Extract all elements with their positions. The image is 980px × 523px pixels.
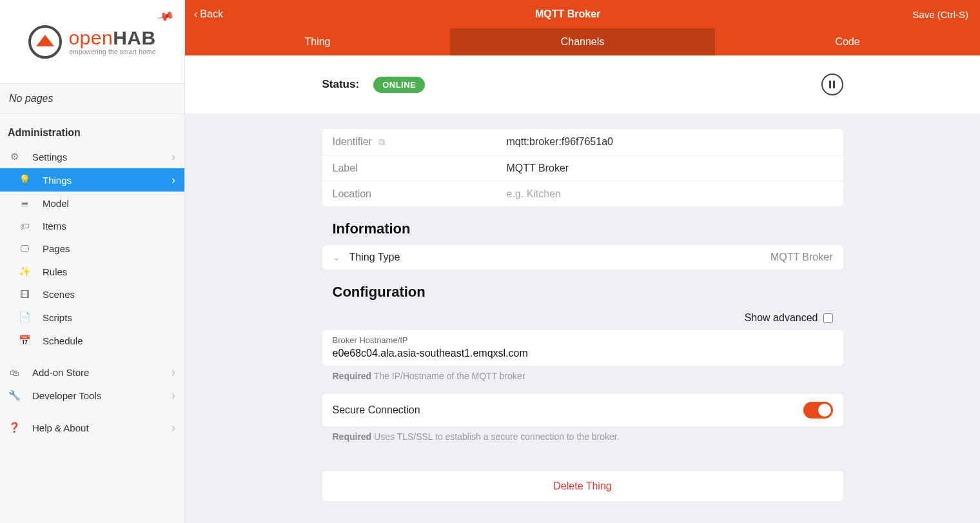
no-pages-label: No pages xyxy=(0,84,184,114)
sidebar-item-schedule[interactable]: 📅 Schedule xyxy=(0,329,184,352)
status-bar: Status: ONLINE xyxy=(185,55,980,113)
location-label: Location xyxy=(333,188,372,200)
film-icon: 🎞 xyxy=(18,289,31,300)
sidebar-item-label: Help & About xyxy=(32,422,89,433)
sidebar-item-label: Developer Tools xyxy=(32,390,101,401)
logo-text: openHAB empowering the smart home xyxy=(68,28,155,55)
logo-tagline: empowering the smart home xyxy=(68,49,155,55)
show-advanced-label: Show advanced xyxy=(745,312,818,324)
sidebar-item-label: Add-on Store xyxy=(32,367,89,378)
tab-channels[interactable]: Channels xyxy=(450,28,715,55)
status-badge: ONLINE xyxy=(373,77,425,93)
sidebar-item-label: Settings xyxy=(32,152,67,163)
thing-type-label: Thing Type xyxy=(349,252,761,263)
identifier-value: mqtt:broker:f96f7651a0 xyxy=(507,136,833,148)
sidebar-item-label: Model xyxy=(43,198,69,209)
chevron-right-icon: › xyxy=(172,150,175,164)
sidebar-item-label: Items xyxy=(43,221,66,232)
calendar-icon: 📅 xyxy=(18,335,31,346)
logo-suffix: HAB xyxy=(113,27,156,48)
secure-connection-toggle[interactable] xyxy=(803,402,833,419)
hostname-required-tag: Required xyxy=(333,371,372,381)
sidebar-item-developer-tools[interactable]: 🔧 Developer Tools › xyxy=(0,384,184,407)
page-title: MQTT Broker xyxy=(535,8,600,20)
bulb-icon: 💡 xyxy=(18,174,31,186)
sidebar-item-scenes[interactable]: 🎞 Scenes xyxy=(0,283,184,306)
information-header: Information xyxy=(333,221,843,237)
secure-required-tag: Required xyxy=(333,431,372,442)
chevron-right-icon: › xyxy=(172,421,175,435)
help-icon: ❓ xyxy=(8,422,21,433)
tab-thing[interactable]: Thing xyxy=(185,28,450,55)
save-button[interactable]: Save (Ctrl-S) xyxy=(912,9,968,20)
status-label: Status: xyxy=(322,78,360,91)
sidebar-item-label: Rules xyxy=(43,266,67,277)
label-value[interactable]: MQTT Broker xyxy=(507,163,833,174)
content-area: Status: ONLINE Identifier ⧉ mqtt:broker:… xyxy=(185,55,980,523)
show-advanced-checkbox[interactable] xyxy=(823,313,833,323)
tab-code[interactable]: Code xyxy=(715,28,980,55)
wrench-icon: 🔧 xyxy=(8,390,21,401)
sidebar-item-label: Scripts xyxy=(43,312,72,323)
chevron-left-icon: ‹ xyxy=(194,8,197,20)
sidebar-item-items[interactable]: 🏷 Items xyxy=(0,215,184,237)
back-button[interactable]: ‹ Back xyxy=(194,8,223,20)
sidebar-item-label: Pages xyxy=(43,243,70,254)
pin-icon[interactable]: 📌 xyxy=(156,6,175,26)
identifier-label: Identifier xyxy=(333,136,372,148)
pause-button[interactable] xyxy=(821,74,843,95)
sidebar-item-help-about[interactable]: ❓ Help & About › xyxy=(0,416,184,439)
wand-icon: ✨ xyxy=(18,266,31,277)
sidebar-item-label: Schedule xyxy=(43,335,83,346)
label-label: Label xyxy=(333,163,358,174)
monitor-icon: 🖵 xyxy=(18,243,31,254)
sidebar-item-pages[interactable]: 🖵 Pages xyxy=(0,237,184,260)
document-icon: 📄 xyxy=(18,311,31,323)
sidebar-item-addon-store[interactable]: 🛍 Add-on Store › xyxy=(0,361,184,384)
thing-type-value: MQTT Broker xyxy=(770,252,833,263)
hostname-label: Broker Hostname/IP xyxy=(333,335,833,345)
info-card: ⌄ Thing Type MQTT Broker xyxy=(322,245,843,270)
sidebar-item-rules[interactable]: ✨ Rules xyxy=(0,260,184,283)
logo-mark-icon xyxy=(28,25,62,59)
secure-help-text: Uses TLS/SSL to establish a secure conne… xyxy=(374,431,620,442)
chevron-right-icon: › xyxy=(172,173,175,187)
chevron-right-icon: › xyxy=(172,366,175,379)
sidebar-item-model[interactable]: ≣ Model xyxy=(0,192,184,215)
secure-connection-row: Secure Connection xyxy=(322,394,843,426)
delete-thing-button[interactable]: Delete Thing xyxy=(322,471,843,501)
sidebar-item-label: Scenes xyxy=(43,289,75,300)
hostname-input[interactable] xyxy=(333,348,833,359)
hostname-field: Broker Hostname/IP Required The IP/Hostn… xyxy=(322,330,843,381)
main: ‹ Back MQTT Broker Save (Ctrl-S) Thing C… xyxy=(185,0,980,523)
configuration-header: Configuration xyxy=(333,284,843,301)
sidebar-item-scripts[interactable]: 📄 Scripts xyxy=(0,306,184,329)
logo-prefix: open xyxy=(68,27,113,48)
logo-area: 📌 openHAB empowering the smart home xyxy=(0,0,184,84)
sidebar-item-label: Things xyxy=(43,175,72,186)
secure-connection-label: Secure Connection xyxy=(333,404,420,416)
sidebar-item-settings[interactable]: ⚙ Settings › xyxy=(0,145,184,168)
admin-header: Administration xyxy=(0,114,184,145)
topbar: ‹ Back MQTT Broker Save (Ctrl-S) Thing C… xyxy=(185,0,980,55)
list-icon: ≣ xyxy=(18,197,31,209)
tag-icon: 🏷 xyxy=(18,221,31,232)
gear-icon: ⚙ xyxy=(8,151,21,163)
sidebar: 📌 openHAB empowering the smart home No p… xyxy=(0,0,185,523)
location-input[interactable]: e.g. Kitchen xyxy=(507,188,833,200)
copy-icon[interactable]: ⧉ xyxy=(378,137,385,148)
chevron-down-icon: ⌄ xyxy=(333,252,340,262)
back-label: Back xyxy=(200,8,223,20)
sidebar-item-things[interactable]: 💡 Things › xyxy=(0,168,184,192)
hostname-help-text: The IP/Hostname of the MQTT broker xyxy=(374,371,525,381)
bag-icon: 🛍 xyxy=(8,367,21,378)
thing-type-row[interactable]: ⌄ Thing Type MQTT Broker xyxy=(322,245,843,270)
chevron-right-icon: › xyxy=(172,389,175,402)
basic-card: Identifier ⧉ mqtt:broker:f96f7651a0 Labe… xyxy=(322,129,843,206)
tabs: Thing Channels Code xyxy=(185,28,980,55)
